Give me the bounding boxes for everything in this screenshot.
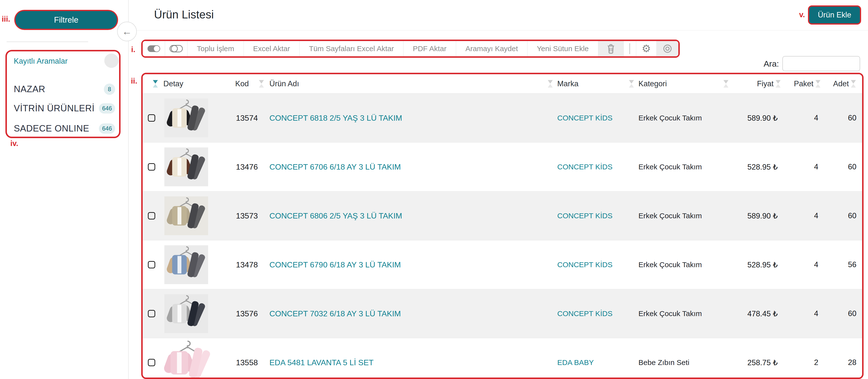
annotation-iii: iii. [2,15,10,24]
brand-link[interactable]: CONCEPT KİDS [557,309,613,318]
annotation-box-filtrele: Filtrele [14,10,118,30]
brand-link[interactable]: CONCEPT KİDS [557,261,613,269]
filter-icon[interactable] [258,80,265,88]
product-image[interactable] [164,294,208,333]
saved-searches-panel: Kayıtlı Aramalar NAZAR 8 VİTRİN ÜRÜNLERİ… [5,50,121,138]
add-product-button[interactable]: Ürün Ekle [809,7,860,23]
brand-link[interactable]: EDA BABY [557,358,594,367]
row-checkbox[interactable] [148,212,155,219]
row-checkbox[interactable] [148,114,155,122]
adet-value: 60 [848,211,857,220]
row-checkbox[interactable] [148,261,155,268]
column-header-detay[interactable]: Detay [163,79,183,88]
product-code: 13478 [236,260,258,269]
paket-value: 4 [814,211,818,220]
row-checkbox[interactable] [148,359,155,366]
product-image[interactable] [164,245,208,284]
row-checkbox[interactable] [148,163,155,171]
toolbar-button-tum-sayfalari-excel-aktar[interactable]: Tüm Sayfaları Excel Aktar [300,41,403,56]
product-code: 13476 [236,163,258,172]
table-row: 13478 CONCEPT 6790 6/18 AY 3 LÜ TAKIM CO… [143,240,863,289]
toggle-on-icon [147,44,160,53]
filter-button[interactable]: Filtrele [16,11,117,29]
product-image[interactable] [164,196,208,235]
paket-value: 4 [814,260,818,269]
price-value: 258.75 ₺ [747,358,778,367]
paket-value: 4 [814,163,818,171]
product-list-screen: iii. Filtrele Kayıtlı Aramalar NAZAR 8 V… [0,0,868,379]
brand-link[interactable]: CONCEPT KİDS [557,114,613,122]
price-value: 478.45 ₺ [747,309,778,318]
table-row: 13576 CONCEPT 7032 6/18 AY 3 LÜ TAKIM CO… [143,289,863,338]
product-code: 13558 [236,358,258,367]
filter-icon[interactable] [628,80,635,88]
annotation-iv: iv. [10,139,18,148]
settings-button[interactable]: ⚙ [636,41,657,56]
header-divider [128,30,868,31]
saved-search-item[interactable]: NAZAR 8 [7,80,120,98]
column-header-paket[interactable]: Paket [794,79,813,88]
filter-icon[interactable] [850,80,857,88]
column-header-fiyat[interactable]: Fiyat [757,79,774,88]
column-header-adet[interactable]: Adet [833,79,849,88]
product-name-link[interactable]: CONCEPT 6706 6/18 AY 3 LÜ TAKIM [270,163,401,172]
filter-icon[interactable] [775,80,781,88]
brand-link[interactable]: CONCEPT KİDS [557,163,613,171]
category-text: Erkek Çocuk Takım [639,114,702,122]
adet-value: 28 [848,358,857,367]
delete-button[interactable] [598,41,624,56]
saved-searches-action-button[interactable] [104,54,119,68]
annotation-ii: ii. [131,77,137,85]
product-image[interactable] [160,339,215,379]
category-text: Erkek Çocuk Takım [639,212,702,220]
toolbar-button-aramayi-kaydet[interactable]: Aramayı Kaydet [456,41,527,56]
saved-search-label: VİTRİN ÜRÜNLERİ [14,103,94,113]
toggle-on-button[interactable] [143,41,165,56]
price-value: 589.90 ₺ [747,211,778,220]
column-header-kategori[interactable]: Kategori [639,79,667,88]
saved-search-item[interactable]: SADECE ONLINE 646 [7,120,120,137]
category-text: Erkek Çocuk Takım [639,163,702,171]
product-name-link[interactable]: EDA 5481 LAVANTA 5 Lİ SET [270,358,373,367]
annotation-box-add-product: Ürün Ekle [808,5,861,25]
count-badge: 8 [104,83,115,95]
product-name-link[interactable]: CONCEPT 6806 2/5 YAŞ 3 LÜ TAKIM [270,211,402,220]
gear-icon: ⚙ [642,43,651,54]
product-image[interactable] [164,147,208,186]
price-value: 528.95 ₺ [747,260,778,269]
category-text: Bebe Zıbın Seti [639,358,689,367]
table-row: 13558 EDA 5481 LAVANTA 5 Lİ SET EDA BABY… [143,338,863,379]
column-header-urun-adi[interactable]: Ürün Adı [270,79,299,88]
sidebar-collapse-button[interactable]: ← [117,22,137,41]
table-row: 13476 CONCEPT 6706 6/18 AY 3 LÜ TAKIM CO… [143,143,863,192]
toggle-off-icon [169,44,183,53]
filter-icon[interactable] [815,80,821,88]
category-text: Erkek Çocuk Takım [639,261,702,269]
visibility-button[interactable] [657,41,678,56]
toolbar-separator [624,41,636,56]
product-name-link[interactable]: CONCEPT 7032 6/18 AY 3 LÜ TAKIM [270,309,401,318]
product-name-link[interactable]: CONCEPT 6818 2/5 YAŞ 3 LÜ TAKIM [270,113,402,123]
toolbar-button-toplu-islem[interactable]: Toplu İşlem [187,41,244,56]
brand-link[interactable]: CONCEPT KİDS [557,212,613,220]
adet-value: 60 [848,309,857,318]
saved-search-item[interactable]: VİTRİN ÜRÜNLERİ 646 [7,100,120,117]
filter-icon[interactable] [722,80,729,88]
column-header-kod[interactable]: Kod [235,79,249,88]
toggle-off-button[interactable] [165,41,187,56]
category-text: Erkek Çocuk Takım [639,309,702,318]
toolbar-button-yeni-sutun-ekle[interactable]: Yeni Sütun Ekle [527,41,598,56]
row-checkbox[interactable] [148,310,155,317]
price-value: 528.95 ₺ [747,163,778,172]
sidebar-divider [128,0,129,379]
paket-value: 2 [814,358,818,367]
search-input[interactable] [782,56,860,71]
product-image[interactable] [164,99,208,137]
toolbar-button-pdf-aktar[interactable]: PDF Aktar [403,41,456,56]
filter-icon-active[interactable] [152,80,159,88]
adet-value: 60 [848,113,857,123]
column-header-marka[interactable]: Marka [557,79,579,88]
filter-icon[interactable] [547,80,554,88]
toolbar-button-excel-aktar[interactable]: Excel Aktar [244,41,300,56]
product-name-link[interactable]: CONCEPT 6790 6/18 AY 3 LÜ TAKIM [270,260,401,269]
